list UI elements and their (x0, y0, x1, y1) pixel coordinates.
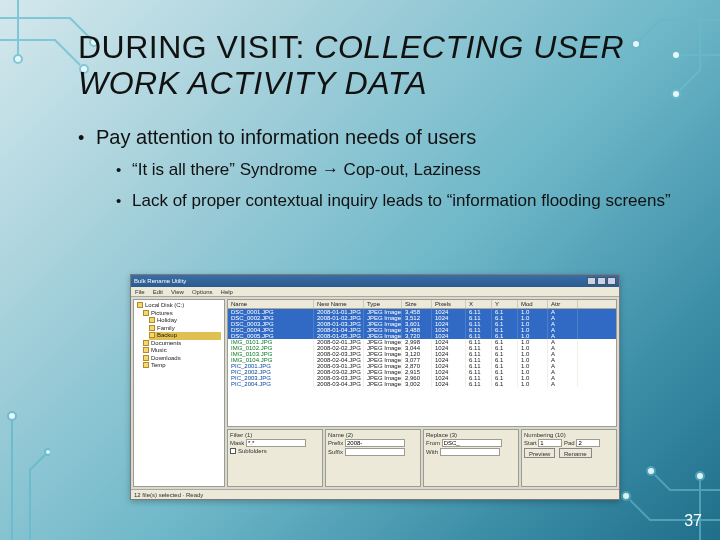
slide-title: DURING VISIT: COLLECTING USER WORK ACTIV… (78, 30, 680, 102)
column-header[interactable]: Y (492, 300, 518, 308)
menu-view[interactable]: View (171, 289, 184, 295)
tree-node[interactable]: Pictures (143, 310, 221, 318)
num-start-input[interactable] (538, 439, 562, 447)
title-plain: DURING VISIT: (78, 29, 314, 65)
tree-node[interactable]: Local Disk (C:) (137, 302, 221, 310)
column-header[interactable]: Name (228, 300, 314, 308)
close-button[interactable] (607, 277, 616, 285)
status-text: 12 file(s) selected · Ready (134, 492, 203, 498)
prefix-input[interactable] (345, 439, 405, 447)
column-header[interactable]: Mod (518, 300, 548, 308)
svg-point-2 (14, 55, 22, 63)
tree-node[interactable]: Holiday (149, 317, 221, 325)
tree-node[interactable]: Documents (143, 340, 221, 348)
window-titlebar: Bulk Rename Utility (131, 275, 619, 287)
folder-icon (149, 325, 155, 331)
panel-name-title: Name (2) (328, 432, 418, 438)
replace-from-input[interactable] (442, 439, 502, 447)
svg-point-10 (45, 449, 50, 455)
menubar: FileEditViewOptionsHelp (131, 287, 619, 297)
panel-name: Name (2) Prefix Suffix (325, 429, 421, 487)
maximize-button[interactable] (597, 277, 606, 285)
column-header[interactable]: New Name (314, 300, 364, 308)
folder-icon (143, 347, 149, 353)
svg-point-7 (647, 467, 655, 475)
bullet-sub-1: “It is all there” Syndrome → Cop-out, La… (116, 159, 680, 182)
menu-file[interactable]: File (135, 289, 145, 295)
panel-filter: Filter (1) Mask Subfolders (227, 429, 323, 487)
folder-icon (143, 340, 149, 346)
minimize-button[interactable] (587, 277, 596, 285)
svg-point-9 (8, 412, 16, 420)
folder-icon (137, 302, 143, 308)
svg-point-8 (696, 472, 704, 480)
table-row[interactable]: PIC_2004.JPG2008-03-04.JPGJPEG Image3,00… (228, 381, 616, 387)
rename-button[interactable]: Rename (559, 448, 592, 458)
tree-node[interactable]: Family (149, 325, 221, 333)
folder-icon (143, 362, 149, 368)
folder-icon (143, 310, 149, 316)
bullet-sub-2: Lack of proper contextual inquiry leads … (116, 190, 680, 213)
page-number: 37 (684, 512, 702, 530)
column-header[interactable]: Pixels (432, 300, 466, 308)
preview-button[interactable]: Preview (524, 448, 555, 458)
num-pad-input[interactable] (576, 439, 600, 447)
decor-circuit-bottom-left (0, 340, 50, 540)
menu-options[interactable]: Options (192, 289, 213, 295)
window-title: Bulk Rename Utility (134, 278, 186, 284)
panel-replace-title: Replace (3) (426, 432, 516, 438)
column-header[interactable]: Type (364, 300, 402, 308)
folder-icon (149, 317, 155, 323)
column-header[interactable]: Size (402, 300, 432, 308)
bullet-main-text: Pay attention to information needs of us… (96, 126, 476, 148)
column-header[interactable]: X (466, 300, 492, 308)
menu-help[interactable]: Help (221, 289, 233, 295)
panel-numbering: Numbering (10) Start Pad Preview Rename (521, 429, 617, 487)
menu-edit[interactable]: Edit (153, 289, 163, 295)
replace-with-input[interactable] (440, 448, 500, 456)
tree-node[interactable]: Backup (149, 332, 221, 340)
tree-node[interactable]: Music (143, 347, 221, 355)
tree-node[interactable]: Downloads (143, 355, 221, 363)
bullet-main: Pay attention to information needs of us… (78, 126, 680, 213)
filter-mask-input[interactable] (246, 439, 306, 447)
panel-filter-title: Filter (1) (230, 432, 320, 438)
panel-numbering-title: Numbering (10) (524, 432, 614, 438)
folder-icon (149, 332, 155, 338)
folder-tree[interactable]: Local Disk (C:)PicturesHolidayFamilyBack… (133, 299, 225, 487)
column-header[interactable]: Attr (548, 300, 578, 308)
file-list-header: NameNew NameTypeSizePixelsXYModAttr (228, 300, 616, 309)
suffix-input[interactable] (345, 448, 405, 456)
svg-point-6 (622, 492, 630, 500)
statusbar: 12 file(s) selected · Ready (131, 489, 619, 499)
subfolders-checkbox[interactable] (230, 448, 236, 454)
file-list[interactable]: NameNew NameTypeSizePixelsXYModAttr DSC_… (227, 299, 617, 427)
tree-node[interactable]: Temp (143, 362, 221, 370)
embedded-screenshot: Bulk Rename Utility FileEditViewOptionsH… (130, 274, 620, 500)
folder-icon (143, 355, 149, 361)
panel-replace: Replace (3) From With (423, 429, 519, 487)
